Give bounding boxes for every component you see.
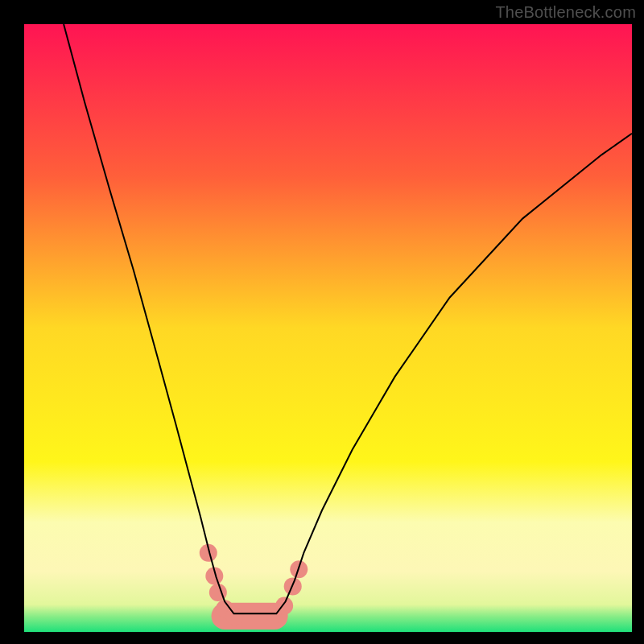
gradient-bg <box>24 24 632 632</box>
plot-area <box>24 24 632 632</box>
watermark-text: TheBottleneck.com <box>495 3 636 22</box>
marker-dot <box>225 607 243 625</box>
chart-svg <box>24 24 632 632</box>
chart-frame: TheBottleneck.com <box>0 0 644 644</box>
